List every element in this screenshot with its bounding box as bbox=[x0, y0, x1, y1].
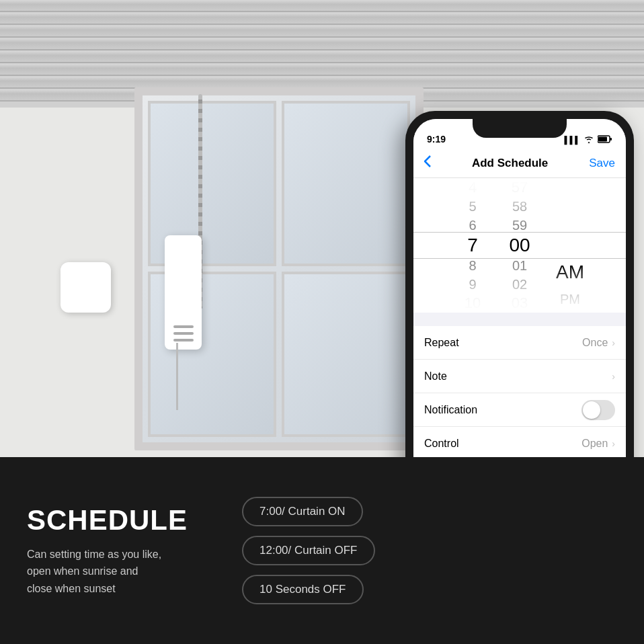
blind-slat bbox=[0, 64, 644, 76]
power-cord bbox=[176, 343, 178, 410]
toggle-knob bbox=[583, 401, 600, 419]
picker-item: 9 bbox=[446, 275, 499, 294]
note-setting[interactable]: Note › bbox=[413, 360, 626, 393]
time-picker[interactable]: 4 5 6 7 8 9 10 57 58 bbox=[413, 178, 626, 313]
notification-label: Notification bbox=[424, 404, 477, 416]
save-button[interactable]: Save bbox=[589, 157, 615, 170]
hour-picker-column[interactable]: 4 5 6 7 8 9 10 bbox=[446, 178, 499, 313]
picker-item: 8 bbox=[446, 256, 499, 275]
phone-notch bbox=[473, 119, 567, 138]
window-pane bbox=[282, 272, 410, 437]
control-value: Open › bbox=[581, 438, 615, 450]
picker-selected-minute: 00 bbox=[493, 235, 547, 256]
minute-picker-column[interactable]: 57 58 59 00 01 02 03 bbox=[493, 178, 547, 313]
ampm-picker-column[interactable]: AM PM bbox=[547, 178, 594, 313]
repeat-setting[interactable]: Repeat Once › bbox=[413, 326, 626, 360]
picker-item: 59 bbox=[493, 216, 547, 235]
status-icons: ▌▌▌ bbox=[565, 135, 612, 145]
control-label: Control bbox=[424, 438, 459, 450]
screen-title: Add Schedule bbox=[472, 157, 548, 170]
picker-item: 57 bbox=[493, 178, 547, 197]
picker-selected-hour: 7 bbox=[446, 235, 499, 256]
curtain-motor bbox=[165, 235, 202, 350]
wifi-icon bbox=[583, 135, 594, 145]
motor-dot bbox=[173, 339, 194, 341]
phone-container: 9:19 ▌▌▌ Ad bbox=[405, 111, 644, 457]
control-text: Open bbox=[581, 438, 608, 450]
phone-screen: 9:19 ▌▌▌ Ad bbox=[413, 119, 626, 457]
picker-item bbox=[547, 178, 594, 232]
picker-item: 4 bbox=[446, 178, 499, 197]
picker-item: 03 bbox=[493, 294, 547, 313]
motor-dot bbox=[173, 332, 194, 335]
repeat-text: Once bbox=[582, 337, 608, 349]
blind-slat bbox=[0, 0, 644, 12]
schedule-description: Can setting time as you like,open when s… bbox=[27, 546, 215, 598]
chevron-icon: › bbox=[612, 438, 615, 449]
picker-item: 10 bbox=[446, 294, 499, 313]
picker-item: 01 bbox=[493, 256, 547, 275]
svg-rect-1 bbox=[610, 138, 612, 140]
picker-item: 58 bbox=[493, 197, 547, 216]
picker-selected-ampm: AM bbox=[547, 259, 594, 286]
battery-icon bbox=[598, 135, 612, 145]
signal-icon: ▌▌▌ bbox=[565, 136, 580, 144]
control-setting[interactable]: Control Open › bbox=[413, 427, 626, 457]
nav-bar: Add Schedule Save bbox=[413, 149, 626, 178]
note-label: Note bbox=[424, 370, 447, 383]
picker-columns: 4 5 6 7 8 9 10 57 58 bbox=[446, 178, 594, 313]
badge-seconds-off: 10 Seconds OFF bbox=[242, 575, 364, 604]
badge-curtain-on: 7:00/ Curtain ON bbox=[242, 497, 363, 526]
smart-hub-device bbox=[61, 262, 111, 313]
window-pane bbox=[282, 101, 410, 266]
settings-list: Repeat Once › Note › Notification bbox=[413, 326, 626, 457]
schedule-badges: 7:00/ Curtain ON 12:00/ Curtain OFF 10 S… bbox=[242, 497, 617, 604]
blind-slat bbox=[0, 26, 644, 38]
notification-toggle[interactable] bbox=[581, 400, 615, 420]
repeat-label: Repeat bbox=[424, 337, 459, 349]
picker-item bbox=[547, 232, 594, 259]
picker-item-pm: PM bbox=[547, 286, 594, 313]
picker-item: 02 bbox=[493, 275, 547, 294]
bottom-section: SCHEDULE Can setting time as you like,op… bbox=[0, 457, 644, 644]
badge-curtain-off: 12:00/ Curtain OFF bbox=[242, 536, 375, 565]
blind-slat bbox=[0, 38, 644, 50]
motor-dot bbox=[173, 325, 194, 328]
picker-item: 6 bbox=[446, 216, 499, 235]
note-value: › bbox=[612, 371, 615, 382]
notification-setting[interactable]: Notification bbox=[413, 393, 626, 427]
repeat-value: Once › bbox=[582, 337, 615, 349]
svg-rect-2 bbox=[598, 137, 607, 142]
picker-item: 5 bbox=[446, 197, 499, 216]
status-time: 9:19 bbox=[427, 134, 446, 145]
schedule-title: SCHEDULE bbox=[27, 504, 215, 536]
chevron-icon: › bbox=[612, 371, 615, 382]
schedule-text-block: SCHEDULE Can setting time as you like,op… bbox=[27, 504, 215, 598]
phone: 9:19 ▌▌▌ Ad bbox=[405, 111, 634, 457]
chevron-icon: › bbox=[612, 337, 615, 348]
blind-slat bbox=[0, 13, 644, 25]
top-section: 9:19 ▌▌▌ Ad bbox=[0, 0, 644, 457]
motor-indicator bbox=[173, 325, 194, 341]
back-button[interactable] bbox=[424, 155, 431, 171]
blind-slat bbox=[0, 51, 644, 63]
